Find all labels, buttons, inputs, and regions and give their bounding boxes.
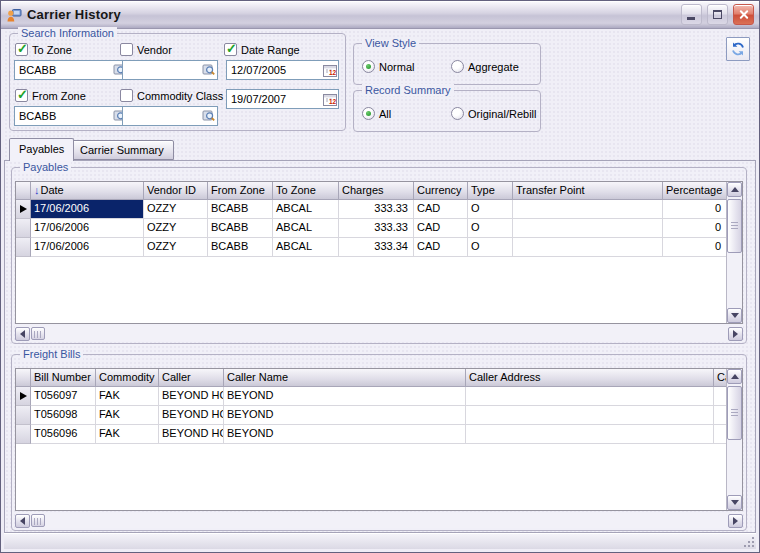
grid-cell[interactable]: O xyxy=(468,200,513,219)
payables-vertical-scrollbar[interactable] xyxy=(726,182,742,323)
grid-cell[interactable]: O xyxy=(468,219,513,238)
grid-cell[interactable]: BEYOND xyxy=(224,406,466,425)
scroll-up-button[interactable] xyxy=(727,369,742,384)
grid-cell[interactable] xyxy=(714,387,726,406)
grid-header-cell[interactable]: Charges xyxy=(339,182,414,200)
record-summary-original-rebill-option[interactable]: Original/Rebill xyxy=(451,107,536,120)
grid-cell[interactable] xyxy=(466,387,714,406)
from-zone-field[interactable]: BCABB xyxy=(14,106,129,126)
grid-header-cell[interactable]: Caller Address xyxy=(466,369,714,387)
grid-cell[interactable]: 0 xyxy=(663,219,726,238)
grid-cell[interactable]: BCABB xyxy=(208,238,273,257)
grid-cell[interactable] xyxy=(513,219,663,238)
grid-cell[interactable]: 333.34 xyxy=(339,238,414,257)
grid-cell[interactable] xyxy=(714,425,726,444)
grid-cell[interactable]: CAD xyxy=(414,219,468,238)
vertical-scroll-thumb[interactable] xyxy=(727,199,742,253)
grid-cell[interactable]: O xyxy=(468,238,513,257)
commodity-class-checkbox[interactable] xyxy=(120,89,133,102)
grid-cell[interactable]: BEYOND xyxy=(224,425,466,444)
freight-vertical-scrollbar[interactable] xyxy=(726,369,742,510)
grid-header-cell[interactable]: ↓Date xyxy=(31,182,144,200)
grid-cell[interactable]: T056098 xyxy=(31,406,96,425)
grid-cell[interactable]: BEYOND HOP xyxy=(159,387,224,406)
date-to-field[interactable]: 19/07/2007 12 xyxy=(226,89,339,109)
scroll-down-button[interactable] xyxy=(727,308,742,323)
from-zone-checkbox[interactable] xyxy=(15,89,28,102)
grid-cell[interactable]: BCABB xyxy=(208,219,273,238)
record-summary-all-option[interactable]: All xyxy=(362,107,391,120)
grid-header-cell[interactable]: Type xyxy=(468,182,513,200)
all-radio[interactable] xyxy=(362,107,375,120)
grid-cell[interactable]: CAD xyxy=(414,238,468,257)
row-indicator[interactable] xyxy=(16,387,31,406)
row-indicator[interactable] xyxy=(16,219,31,238)
aggregate-radio[interactable] xyxy=(451,60,464,73)
to-zone-checkbox[interactable] xyxy=(15,43,28,56)
tab-payables[interactable]: Payables xyxy=(9,138,74,161)
grid-header-cell[interactable]: To Zone xyxy=(273,182,339,200)
close-button[interactable] xyxy=(733,4,754,25)
row-indicator[interactable] xyxy=(16,238,31,257)
grid-cell[interactable]: OZZY xyxy=(144,200,208,219)
grid-cell[interactable]: 17/06/2006 xyxy=(31,200,144,219)
row-indicator[interactable] xyxy=(16,200,31,219)
scroll-up-button[interactable] xyxy=(727,182,742,197)
maximize-button[interactable] xyxy=(707,4,728,25)
grid-cell[interactable]: 333.33 xyxy=(339,219,414,238)
grid-cell[interactable]: T056096 xyxy=(31,425,96,444)
grid-cell[interactable]: BCABB xyxy=(208,200,273,219)
grid-cell[interactable]: 333.33 xyxy=(339,200,414,219)
horizontal-scroll-thumb[interactable] xyxy=(31,327,45,340)
grid-cell[interactable] xyxy=(714,406,726,425)
grid-header-cell[interactable]: Bill Number xyxy=(31,369,96,387)
grid-cell[interactable]: CAD xyxy=(414,200,468,219)
horizontal-scroll-thumb[interactable] xyxy=(31,514,45,527)
grid-cell[interactable]: T056097 xyxy=(31,387,96,406)
grid-cell[interactable] xyxy=(513,200,663,219)
grid-cell[interactable]: 17/06/2006 xyxy=(31,219,144,238)
scroll-left-button[interactable] xyxy=(15,514,30,528)
grid-cell[interactable]: ABCAL xyxy=(273,219,339,238)
grid-cell[interactable]: FAK xyxy=(96,406,159,425)
normal-radio[interactable] xyxy=(362,60,375,73)
grid-cell[interactable]: FAK xyxy=(96,425,159,444)
grid-cell[interactable]: BEYOND HOP xyxy=(159,406,224,425)
grid-header-cell[interactable]: Caller Name xyxy=(224,369,466,387)
minimize-button[interactable] xyxy=(681,4,702,25)
grid-header-cell[interactable]: Percentage xyxy=(663,182,726,200)
commodity-class-lookup-icon[interactable] xyxy=(200,109,217,124)
payables-horizontal-scrollbar[interactable] xyxy=(15,326,743,341)
grid-cell[interactable]: BEYOND HOP xyxy=(159,425,224,444)
freight-horizontal-scrollbar[interactable] xyxy=(15,513,743,528)
grid-cell[interactable] xyxy=(466,425,714,444)
grid-cell[interactable]: 0 xyxy=(663,200,726,219)
grid-cell[interactable] xyxy=(466,406,714,425)
tab-carrier-summary[interactable]: Carrier Summary xyxy=(70,140,174,160)
grid-header-cell[interactable]: Vendor ID xyxy=(144,182,208,200)
vendor-checkbox[interactable] xyxy=(120,43,133,56)
grid-header-cell[interactable]: Commodity xyxy=(96,369,159,387)
grid-header-cell[interactable]: From Zone xyxy=(208,182,273,200)
original-rebill-radio[interactable] xyxy=(451,107,464,120)
scroll-right-button[interactable] xyxy=(728,327,743,341)
grid-cell[interactable]: 0 xyxy=(663,238,726,257)
grid-header-cell[interactable]: Currency xyxy=(414,182,468,200)
vendor-field[interactable] xyxy=(122,60,218,80)
date-from-calendar-icon[interactable]: 12 xyxy=(321,63,338,78)
scroll-down-button[interactable] xyxy=(727,495,742,510)
grid-cell[interactable]: OZZY xyxy=(144,219,208,238)
scroll-right-button[interactable] xyxy=(728,514,743,528)
view-style-normal-option[interactable]: Normal xyxy=(362,60,414,73)
refresh-button[interactable] xyxy=(726,37,750,61)
scroll-left-button[interactable] xyxy=(15,327,30,341)
grid-header-cell[interactable]: Call xyxy=(714,369,726,387)
date-range-checkbox[interactable] xyxy=(224,43,237,56)
row-indicator[interactable] xyxy=(16,406,31,425)
grid-cell[interactable]: OZZY xyxy=(144,238,208,257)
grid-cell[interactable]: ABCAL xyxy=(273,238,339,257)
to-zone-field[interactable]: BCABB xyxy=(14,60,129,80)
commodity-class-field[interactable] xyxy=(122,106,218,126)
resize-grip[interactable] xyxy=(742,535,754,547)
grid-header-cell[interactable]: Transfer Point xyxy=(513,182,663,200)
